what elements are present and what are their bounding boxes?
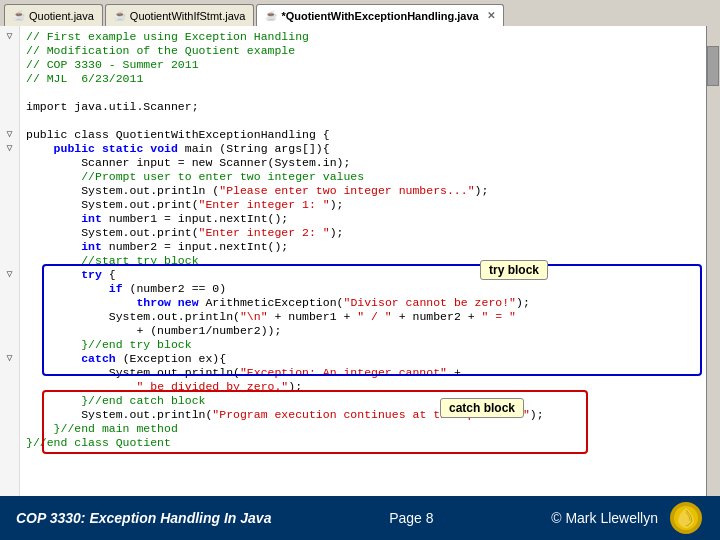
code-line [26,86,700,100]
code-line: int number2 = input.nextInt(); [26,240,700,254]
footer-logo-icon [668,500,704,536]
close-tab-icon[interactable]: ✕ [487,10,495,21]
code-line: }//end class Quotient [26,436,700,450]
code-line: catch (Exception ex){ [26,352,700,366]
code-line: public static void main (String args[]){ [26,142,700,156]
tab-quotient[interactable]: ☕ Quotient.java [4,4,103,26]
java-icon-2: ☕ [114,10,126,21]
line-numbers: ▽ ▽ ▽ ▽ ▽ [0,26,20,496]
code-line: throw new ArithmeticException("Divisor c… [26,296,700,310]
fold-3[interactable]: ▽ [6,142,12,156]
code-line: Scanner input = new Scanner(System.in); [26,156,700,170]
vertical-scrollbar[interactable] [706,26,720,496]
java-icon: ☕ [13,10,25,21]
code-line: System.out.println("\n" + number1 + " / … [26,310,700,324]
code-line: System.out.print("Enter integer 2: "); [26,226,700,240]
fold-4[interactable]: ▽ [6,268,12,282]
java-icon-3: ☕ [265,10,277,21]
tab-label-3: *QuotientWithExceptionHandling.java [281,10,478,22]
fold-5[interactable]: ▽ [6,352,12,366]
fold-2[interactable]: ▽ [6,128,12,142]
code-line: System.out.print("Enter integer 1: "); [26,198,700,212]
footer-page: Page 8 [389,510,433,526]
code-line: import java.util.Scanner; [26,100,700,114]
footer-copyright: © Mark Llewellyn [551,510,658,526]
code-line [26,114,700,128]
code-line: }//end catch block [26,394,700,408]
main-window: ☕ Quotient.java ☕ QuotientWithIfStmt.jav… [0,0,720,540]
code-line: if (number2 == 0) [26,282,700,296]
code-line: // MJL 6/23/2011 [26,72,700,86]
code-line: + (number1/number2)); [26,324,700,338]
code-line: public class QuotientWithExceptionHandli… [26,128,700,142]
tab-label: Quotient.java [29,10,94,22]
tab-bar: ☕ Quotient.java ☕ QuotientWithIfStmt.jav… [0,0,720,26]
code-line: // Modification of the Quotient example [26,44,700,58]
code-line: //Prompt user to enter two integer value… [26,170,700,184]
footer-bar: COP 3330: Exception Handling In Java Pag… [0,496,720,540]
tab-label-2: QuotientWithIfStmt.java [130,10,246,22]
code-line: //start try block [26,254,700,268]
code-editor[interactable]: // First example using Exception Handlin… [20,26,706,496]
code-line: // COP 3330 - Summer 2011 [26,58,700,72]
code-line: int number1 = input.nextInt(); [26,212,700,226]
footer-title: COP 3330: Exception Handling In Java [16,510,271,526]
try-block-label: try block [480,260,548,280]
tab-quotient-ifstmt[interactable]: ☕ QuotientWithIfStmt.java [105,4,255,26]
code-line: System.out.println ("Please enter two in… [26,184,700,198]
code-line: " be divided by zero."); [26,380,700,394]
editor-area: ▽ ▽ ▽ ▽ ▽ [0,26,720,496]
code-line: // First example using Exception Handlin… [26,30,700,44]
fold-1[interactable]: ▽ [6,30,12,44]
code-line: }//end main method [26,422,700,436]
scrollbar-thumb[interactable] [707,46,719,86]
code-line: }//end try block [26,338,700,352]
catch-block-label: catch block [440,398,524,418]
code-line: System.out.println("Exception: An intege… [26,366,700,380]
tab-quotient-exception[interactable]: ☕ *QuotientWithExceptionHandling.java ✕ [256,4,503,26]
code-line: try { [26,268,700,282]
code-line: System.out.println("Program execution co… [26,408,700,422]
